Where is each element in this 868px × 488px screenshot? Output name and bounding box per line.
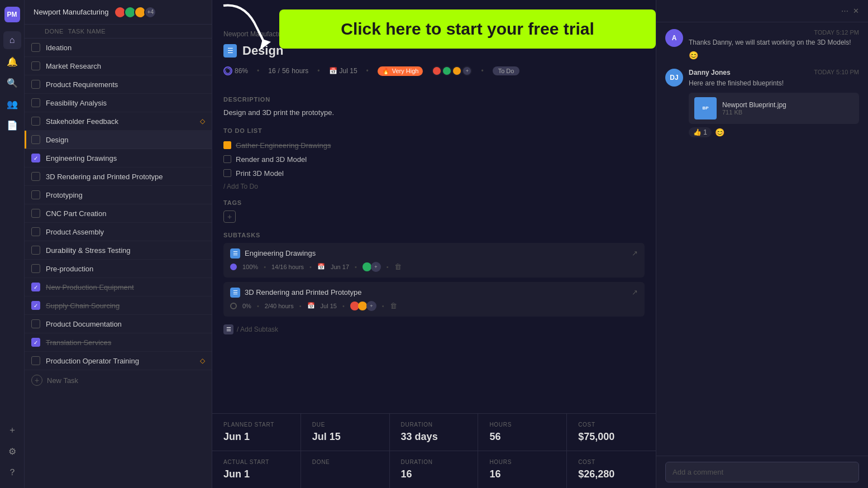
metric-value-actual-start: Jun 1 (223, 468, 289, 480)
file-size: 711 KB (722, 109, 786, 116)
nav-notifications[interactable]: 🔔 (3, 52, 21, 70)
task-checkbox-14[interactable] (31, 283, 40, 291)
nav-search[interactable]: 🔍 (3, 74, 21, 92)
metric-value-actual-duration: 16 (401, 468, 467, 480)
metric-actual-hours: HOURS 16 (478, 451, 567, 488)
task-item[interactable]: Engineering Drawings (25, 149, 212, 168)
task-item[interactable]: Translation Services (25, 333, 212, 352)
add-subtask-row[interactable]: ☰ / Add Subtask (223, 321, 645, 338)
comment-time-1: TODAY 5:12 PM (814, 29, 859, 36)
metric-actual-duration: DURATION 16 (390, 451, 479, 488)
task-item[interactable]: Durability & Stress Testing (25, 241, 212, 260)
metric-label-actual-duration: DURATION (401, 459, 467, 465)
status-badge[interactable]: To Do (493, 66, 520, 75)
priority-icon: 🔥 (382, 68, 390, 75)
description-label: DESCRIPTION (223, 96, 645, 103)
task-item[interactable]: Production Operator Training ◇ (25, 352, 212, 370)
right-panel-more[interactable]: ⋯ (841, 7, 848, 15)
todo-item-1[interactable]: Gather Engineering Drawings (223, 138, 645, 152)
todo-item-2[interactable]: Render and 3D Model (223, 152, 645, 166)
nav-users[interactable]: 👥 (3, 95, 21, 113)
task-checkbox-5[interactable] (31, 117, 40, 126)
task-name-13: Pre-production (46, 265, 205, 273)
task-checkbox-16[interactable] (31, 319, 40, 328)
due-date: Jul 15 (340, 67, 357, 75)
task-name-7: Engineering Drawings (46, 154, 205, 162)
task-item[interactable]: Prototyping (25, 186, 212, 204)
task-checkbox-11[interactable] (31, 227, 40, 236)
metric-label-due: DUE (312, 422, 378, 428)
task-checkbox-2[interactable] (31, 61, 40, 70)
comment-input[interactable] (665, 462, 859, 482)
task-item[interactable]: Ideation (25, 39, 212, 57)
task-item[interactable]: Product Assembly (25, 223, 212, 241)
diamond-icon-18: ◇ (200, 357, 205, 365)
task-type-icon: ☰ (223, 44, 237, 58)
task-item[interactable]: CNC Part Creation (25, 204, 212, 223)
task-checkbox-12[interactable] (31, 246, 40, 255)
subtask-external-1[interactable]: ↗ (632, 249, 638, 257)
subtask-delete-1[interactable]: 🗑 (394, 262, 402, 271)
comment-emoji-button-2[interactable]: 😊 (715, 128, 724, 137)
task-checkbox-15[interactable] (31, 301, 40, 310)
right-panel-close[interactable]: ✕ (853, 7, 859, 15)
comment-text-1: Thanks Danny, we will start working on t… (689, 38, 859, 47)
task-checkbox-4[interactable] (31, 98, 40, 107)
tags-add-button[interactable]: + (223, 210, 236, 223)
task-checkbox-17[interactable] (31, 338, 40, 347)
nav-settings[interactable]: ⚙ (3, 442, 21, 460)
subtask-progress-circle-2 (230, 303, 237, 309)
task-checkbox-10[interactable] (31, 209, 40, 218)
task-item[interactable]: Market Research (25, 57, 212, 75)
todo-checkbox-3[interactable] (223, 169, 231, 177)
task-item[interactable]: Stakeholder Feedback ◇ (25, 112, 212, 131)
nav-documents[interactable]: 📄 (3, 116, 21, 134)
task-checkbox-6[interactable] (31, 135, 40, 144)
task-item[interactable]: Product Requirements (25, 75, 212, 94)
subtask-assignee-more-1[interactable]: + (371, 262, 381, 272)
todo-label: TO DO LIST (223, 127, 645, 134)
reaction-badge[interactable]: 👍 1 (689, 127, 712, 137)
priority-badge[interactable]: 🔥 Very High (378, 66, 423, 76)
project-title: Newport Manufacturing (34, 8, 108, 16)
comment-avatar-1: A (665, 29, 683, 47)
subtask-name-1[interactable]: Engineering Drawings (245, 249, 627, 257)
add-task-circle[interactable]: + (31, 375, 42, 386)
todo-checkbox-1[interactable] (223, 141, 231, 149)
task-checkbox-1[interactable] (31, 43, 40, 52)
subtask-assignee-more-2[interactable]: + (366, 301, 376, 311)
task-checkbox-18[interactable] (31, 356, 40, 365)
tags-row: + (223, 210, 645, 223)
task-name-11: Product Assembly (46, 228, 205, 236)
subtask-header-2: ☰ 3D Rendering and Printed Prototype ↗ (230, 288, 638, 298)
actual-metrics-row: ACTUAL START Jun 1 DONE DURATION 16 HOUR… (212, 451, 656, 488)
todo-item-3[interactable]: Print 3D Model (223, 166, 645, 180)
task-item[interactable]: Product Documentation (25, 315, 212, 333)
metric-value-duration: 33 days (401, 431, 467, 443)
nav-add[interactable]: ＋ (3, 421, 21, 439)
add-todo-row[interactable]: / Add To Do (223, 183, 645, 190)
task-item[interactable]: 3D Rendering and Printed Prototype (25, 168, 212, 186)
subtask-external-2[interactable]: ↗ (632, 288, 638, 296)
task-checkbox-8[interactable] (31, 172, 40, 181)
nav-home[interactable]: ⌂ (3, 31, 21, 49)
cta-button[interactable]: Click here to start your free trial (279, 9, 656, 49)
task-item[interactable]: Supply Chain Sourcing (25, 296, 212, 315)
add-task-row[interactable]: + New Task (25, 370, 212, 390)
task-checkbox-3[interactable] (31, 80, 40, 89)
comment-emoji-button-1[interactable]: 😊 (689, 51, 698, 60)
task-checkbox-13[interactable] (31, 264, 40, 273)
task-item[interactable]: Feasibility Analysis (25, 94, 212, 112)
task-item-design[interactable]: Design (25, 131, 212, 149)
subtask-delete-2[interactable]: 🗑 (390, 302, 397, 310)
task-item[interactable]: Pre-production (25, 260, 212, 278)
todo-checkbox-2[interactable] (223, 155, 231, 163)
task-checkbox-7[interactable] (31, 154, 40, 162)
comment-reactions-2: 👍 1 😊 (689, 127, 859, 137)
task-checkbox-9[interactable] (31, 190, 40, 199)
nav-help[interactable]: ？ (3, 463, 21, 481)
task-item[interactable]: New Production Equipment (25, 278, 212, 296)
subtask-name-2[interactable]: 3D Rendering and Printed Prototype (245, 288, 627, 296)
app-logo[interactable]: PM (4, 7, 20, 22)
metric-label-actual-cost: COST (578, 459, 645, 465)
